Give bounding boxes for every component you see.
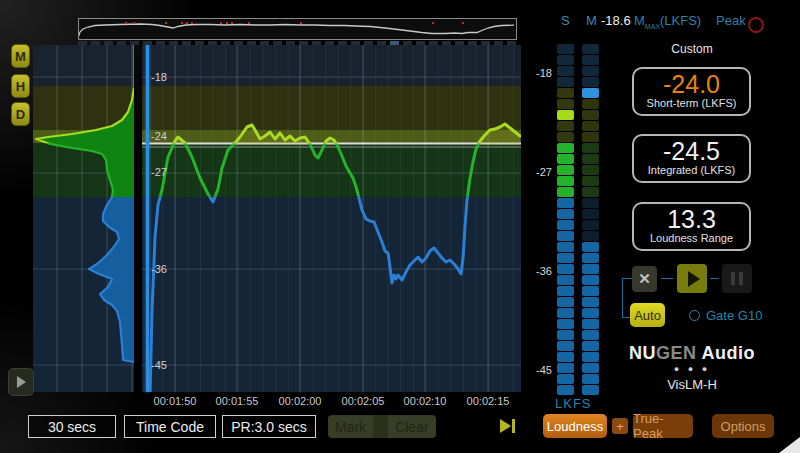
playhead-cursor[interactable] xyxy=(146,45,149,392)
meter-segment-m xyxy=(582,264,599,274)
graph-scale-label: -45 xyxy=(151,359,167,371)
overview-tick xyxy=(91,41,100,45)
meter-segment-m xyxy=(582,341,599,351)
meter-segment-s xyxy=(557,363,574,373)
overview-tick xyxy=(390,41,399,45)
meter-segment-m xyxy=(582,330,599,340)
overview-tick xyxy=(143,41,152,45)
time-window-button[interactable]: 30 secs xyxy=(28,415,116,438)
play-icon xyxy=(688,271,700,287)
overview-tick xyxy=(455,41,464,45)
overview-tick xyxy=(260,41,269,45)
overview-tick xyxy=(403,41,412,45)
pause-icon xyxy=(731,272,735,285)
meter-segment-s xyxy=(557,297,574,307)
meter-segment-s xyxy=(557,66,574,76)
meter-scale-label: -27 xyxy=(526,166,552,178)
meter-segment-m xyxy=(582,110,599,120)
meter-segment-m xyxy=(582,88,599,98)
readout-label: Loudness Range xyxy=(634,232,749,247)
mmax-label: MMAX(LKFS) xyxy=(634,13,701,30)
meter-segment-s xyxy=(557,209,574,219)
nugen-logo: NUGEN Audio xyxy=(622,343,762,364)
overview-tick xyxy=(130,41,139,45)
readout-box[interactable]: -24.0Short-term (LKFS) xyxy=(632,67,751,116)
pause-button[interactable] xyxy=(722,264,752,293)
meter-segment-s xyxy=(557,132,574,142)
meter-segment-m xyxy=(582,132,599,142)
clear-button[interactable]: Clear xyxy=(388,419,435,435)
overview-tick xyxy=(247,41,256,45)
mode-button-h[interactable]: H xyxy=(11,74,30,98)
meter-segment-s xyxy=(557,330,574,340)
readout-box[interactable]: -24.5Integrated (LKFS) xyxy=(632,134,751,183)
mode-button-d[interactable]: D xyxy=(11,102,30,126)
mode-button-m[interactable]: M xyxy=(11,44,30,68)
meter-segment-m xyxy=(582,308,599,318)
reset-button[interactable]: ✕ xyxy=(632,266,657,292)
meter-segment-s xyxy=(557,341,574,351)
overview-tick xyxy=(273,41,282,45)
meter-segment-m xyxy=(582,187,599,197)
auto-button[interactable]: Auto xyxy=(630,303,665,327)
timecode-button[interactable]: Time Code xyxy=(124,415,216,438)
meter-segment-m xyxy=(582,55,599,65)
true-peak-tab[interactable]: True-Peak xyxy=(633,414,693,438)
history-play-button[interactable] xyxy=(8,368,34,396)
resize-grip[interactable] xyxy=(779,437,800,453)
meter-segment-s xyxy=(557,220,574,230)
overview-tick xyxy=(364,41,373,45)
gate-radio[interactable] xyxy=(689,310,700,321)
meter-segment-m xyxy=(582,319,599,329)
meter-segment-s xyxy=(557,385,574,395)
mark-button[interactable]: Mark xyxy=(328,419,373,435)
meter-segment-s xyxy=(557,319,574,329)
meter-segment-m xyxy=(582,209,599,219)
options-button[interactable]: Options xyxy=(712,414,774,438)
go-to-end-button[interactable] xyxy=(500,419,515,433)
meter-segment-m xyxy=(582,121,599,131)
readout-value: -24.5 xyxy=(634,138,749,164)
meter-segment-s xyxy=(557,88,574,98)
overview-tick xyxy=(156,41,165,45)
overview-tick xyxy=(221,41,230,45)
graph-scale-label: -27 xyxy=(151,166,167,178)
play-button[interactable] xyxy=(677,264,707,293)
transport-connector-h2 xyxy=(661,278,673,279)
meter-segment-s xyxy=(557,198,574,208)
meter-segment-s xyxy=(557,253,574,263)
transport-connector-h4 xyxy=(622,317,630,318)
meter-segment-s xyxy=(557,374,574,384)
overview-tick xyxy=(507,41,516,45)
meter-segment-s xyxy=(557,187,574,197)
link-mode-button[interactable]: + xyxy=(612,418,628,434)
overview-strip[interactable] xyxy=(78,18,517,40)
timeline-label: 00:01:55 xyxy=(216,395,259,407)
overview-tick xyxy=(104,41,113,45)
meter-segment-m xyxy=(582,154,599,164)
meter-segment-m xyxy=(582,231,599,241)
practical-range-button[interactable]: PR:3.0 secs xyxy=(222,415,316,438)
readout-label: Short-term (LKFS) xyxy=(634,97,749,112)
mark-clear-group: Mark Clear xyxy=(328,415,436,438)
short-term-column-label[interactable]: S xyxy=(561,13,570,28)
logo-dots: ● ● ● xyxy=(622,364,762,374)
meter-segment-s xyxy=(557,308,574,318)
preset-name[interactable]: Custom xyxy=(632,42,752,56)
meter-segment-s xyxy=(557,165,574,175)
overview-tick xyxy=(481,41,490,45)
meter-segment-m xyxy=(582,165,599,175)
readout-label: Integrated (LKFS) xyxy=(634,164,749,179)
overview-tick xyxy=(338,41,347,45)
peak-indicator-lamp[interactable] xyxy=(748,17,764,33)
timeline-label: 00:02:05 xyxy=(342,395,385,407)
overview-tick xyxy=(416,41,425,45)
readout-box[interactable]: 13.3Loudness Range xyxy=(632,202,751,251)
transport-connector-h3 xyxy=(710,278,719,279)
loudness-history-graph[interactable]: -18-24-27-36-45 xyxy=(142,45,521,392)
timeline-label: 00:02:00 xyxy=(279,395,322,407)
momentary-column-label[interactable]: M xyxy=(586,13,597,28)
loudness-histogram xyxy=(33,45,134,392)
overview-tick xyxy=(299,41,308,45)
loudness-tab[interactable]: Loudness xyxy=(543,414,607,438)
